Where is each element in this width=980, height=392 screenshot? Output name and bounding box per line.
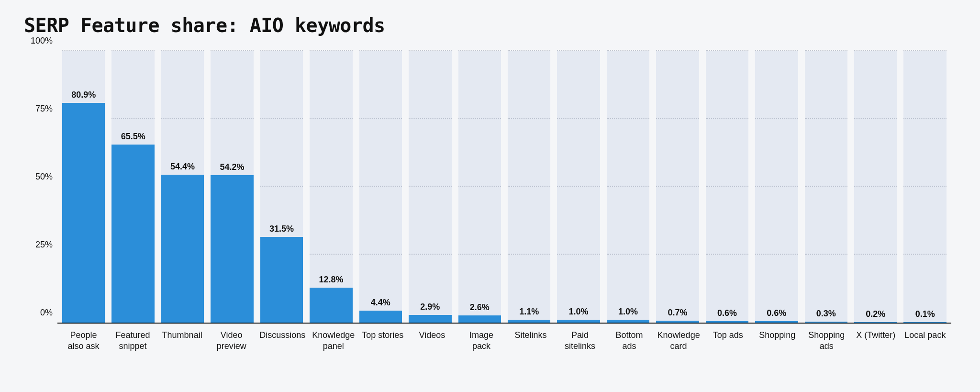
bar-column: 1.1%: [508, 51, 550, 323]
x-axis-label: Knowledge panel: [312, 326, 355, 376]
y-axis-tick: 75%: [24, 104, 53, 114]
plot-area: 80.9%65.5%54.4%54.2%31.5%12.8%4.4%2.9%2.…: [57, 51, 951, 324]
bar: [111, 145, 154, 323]
bar-value-label: 0.6%: [717, 308, 737, 318]
bar-column: 12.8%: [310, 51, 352, 323]
x-axis-label: Local pack: [904, 326, 947, 376]
x-axis-label: Shopping: [756, 326, 799, 376]
bar-chart: 80.9%65.5%54.4%54.2%31.5%12.8%4.4%2.9%2.…: [24, 51, 956, 376]
bar-value-label: 80.9%: [71, 90, 96, 100]
bar-value-label: 31.5%: [269, 224, 294, 234]
bar: [805, 322, 847, 323]
bar-value-label: 2.9%: [420, 302, 440, 312]
bar: [656, 321, 699, 323]
bar-value-label: 1.0%: [618, 307, 638, 317]
bar: [706, 321, 748, 323]
x-axis-labels: People also askFeatured snippetThumbnail…: [57, 326, 951, 376]
bar-column: 0.1%: [903, 51, 946, 323]
bar-value-label: 12.8%: [319, 275, 343, 285]
bar: [310, 288, 352, 323]
bar-column: 0.6%: [755, 51, 798, 323]
bar-value-label: 1.0%: [569, 307, 589, 317]
x-axis-label: Discussions: [259, 326, 305, 376]
bar-value-label: 4.4%: [371, 298, 390, 308]
x-axis-label: Paid sitelinks: [558, 326, 601, 376]
x-axis-label: Sitelinks: [509, 326, 552, 376]
x-axis-label: X (Twitter): [855, 326, 897, 376]
bar-columns: 80.9%65.5%54.4%54.2%31.5%12.8%4.4%2.9%2.…: [57, 51, 951, 323]
bar-column: 0.7%: [656, 51, 699, 323]
bar-value-label: 0.7%: [668, 308, 687, 318]
bar: [211, 175, 253, 323]
bar-column: 1.0%: [607, 51, 649, 323]
x-axis-label: Shopping ads: [805, 326, 848, 376]
chart-title: SERP Feature share: AIO keywords: [24, 14, 956, 36]
bar-value-label: 65.5%: [121, 132, 145, 142]
bar-column: 31.5%: [260, 51, 303, 323]
chart-container: SERP Feature share: AIO keywords 80.9%65…: [0, 0, 980, 386]
x-axis-label: Bottom ads: [608, 326, 651, 376]
bar-value-label: 54.2%: [220, 162, 245, 172]
y-axis-tick: 25%: [24, 240, 53, 250]
bar: [409, 315, 451, 323]
bar: [161, 175, 204, 323]
bar-value-label: 54.4%: [170, 162, 195, 172]
bar: [260, 237, 303, 323]
x-axis-label: Thumbnail: [161, 326, 203, 376]
bar-value-label: 0.6%: [767, 308, 786, 318]
bar-value-label: 1.1%: [519, 307, 539, 317]
x-axis-label: Videos: [411, 326, 453, 376]
bar: [755, 321, 798, 323]
bar: [557, 320, 600, 323]
bar: [62, 103, 105, 323]
x-axis-label: Top ads: [707, 326, 749, 376]
bar-column: 54.4%: [161, 51, 204, 323]
x-axis-label: Image pack: [460, 326, 502, 376]
bar: [854, 322, 897, 323]
bar-value-label: 0.3%: [816, 309, 836, 319]
x-axis-label: People also ask: [62, 326, 105, 376]
y-axis-tick: 100%: [24, 36, 53, 46]
bar-column: 0.6%: [706, 51, 748, 323]
bar-column: 2.6%: [458, 51, 501, 323]
x-axis-label: Top stories: [361, 326, 404, 376]
x-axis-label: Video preview: [210, 326, 253, 376]
bar-column: 4.4%: [359, 51, 402, 323]
bar: [607, 320, 649, 323]
bar-value-label: 0.1%: [915, 309, 935, 319]
x-axis-label: Featured snippet: [111, 326, 154, 376]
bar-column: 2.9%: [409, 51, 451, 323]
bar: [458, 315, 501, 323]
bar-column: 80.9%: [62, 51, 105, 323]
bar-column: 0.2%: [854, 51, 897, 323]
y-axis-tick: 0%: [24, 308, 53, 318]
bar-column: 65.5%: [111, 51, 154, 323]
y-axis-tick: 50%: [24, 172, 53, 182]
bar-column: 54.2%: [211, 51, 253, 323]
bar-value-label: 2.6%: [470, 302, 490, 313]
bar-value-label: 0.2%: [866, 309, 885, 319]
bar: [359, 311, 402, 323]
bar: [508, 320, 550, 323]
bar: [903, 322, 946, 323]
bar-column: 0.3%: [805, 51, 847, 323]
x-axis-label: Knowledge card: [657, 326, 700, 376]
bar-column: 1.0%: [557, 51, 600, 323]
